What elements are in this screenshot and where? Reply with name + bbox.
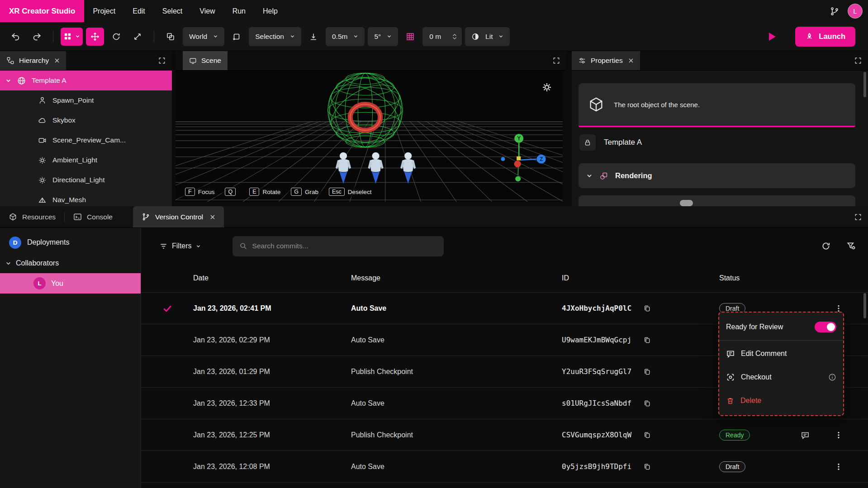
rendering-section-header[interactable]: Rendering bbox=[579, 163, 855, 188]
copy-icon[interactable] bbox=[643, 399, 651, 407]
filter-settings-icon[interactable] bbox=[846, 241, 856, 251]
tree-item-scene-preview-cam[interactable]: Scene_Preview_Cam... bbox=[0, 130, 172, 150]
info-icon[interactable] bbox=[828, 373, 836, 381]
shading-mode-dropdown[interactable]: Lit bbox=[465, 27, 510, 46]
object-name-value[interactable]: Template A bbox=[604, 138, 642, 147]
comment-edit-icon bbox=[726, 349, 735, 358]
git-branch-icon bbox=[142, 213, 150, 221]
ready-for-review-toggle[interactable] bbox=[815, 322, 836, 332]
viewport-settings-gear-icon[interactable] bbox=[542, 82, 552, 92]
chevron-down-icon[interactable] bbox=[5, 78, 11, 84]
kebab-menu-icon[interactable] bbox=[835, 304, 843, 313]
delete-item[interactable]: Delete bbox=[719, 389, 843, 412]
menu-view[interactable]: View bbox=[191, 0, 223, 22]
tab-hierarchy-label: Hierarchy bbox=[19, 57, 49, 65]
drop-to-ground-button[interactable] bbox=[304, 28, 323, 46]
copy-icon[interactable] bbox=[643, 431, 651, 439]
menu-run[interactable]: Run bbox=[224, 0, 254, 22]
sidebar-item-deployments[interactable]: D Deployments bbox=[0, 232, 141, 253]
user-avatar[interactable]: L bbox=[848, 4, 863, 19]
copy-icon[interactable] bbox=[643, 368, 651, 375]
trash-icon bbox=[726, 397, 735, 405]
sidebar-item-you[interactable]: L You bbox=[0, 273, 141, 294]
tab-properties[interactable]: Properties bbox=[572, 51, 640, 70]
globe-icon bbox=[17, 76, 26, 85]
checkout-item[interactable]: Checkout bbox=[719, 365, 843, 389]
sidebar-item-collaborators[interactable]: Collaborators bbox=[0, 253, 141, 273]
menu-select[interactable]: Select bbox=[154, 0, 191, 22]
partial-control bbox=[680, 200, 693, 206]
frames-icon bbox=[166, 32, 175, 41]
expand-icon[interactable] bbox=[158, 57, 166, 64]
cell-date: Jan 23, 2026, 12:33 PM bbox=[193, 399, 351, 407]
tree-item-ambient-light[interactable]: Ambient_Light bbox=[0, 150, 172, 170]
properties-scrollbar[interactable] bbox=[863, 72, 866, 97]
copy-icon[interactable] bbox=[643, 304, 651, 312]
tree-item-directional-light[interactable]: Directional_Light bbox=[0, 170, 172, 190]
world-space-dropdown[interactable]: World bbox=[183, 27, 224, 46]
person-icon bbox=[38, 96, 47, 105]
selection-mode-dropdown[interactable]: Selection bbox=[249, 27, 301, 46]
rotate-tool-button[interactable] bbox=[107, 28, 125, 46]
move-snap-dropdown[interactable]: 0.5m bbox=[326, 27, 365, 46]
menu-help[interactable]: Help bbox=[254, 0, 286, 22]
surface-snap-button[interactable] bbox=[228, 28, 246, 46]
elevation-stepper[interactable]: 0 m bbox=[422, 27, 462, 46]
close-icon[interactable] bbox=[54, 58, 60, 63]
menu-edit[interactable]: Edit bbox=[124, 0, 154, 22]
kebab-menu-icon[interactable] bbox=[835, 431, 843, 439]
undo-button[interactable] bbox=[6, 28, 24, 46]
copy-icon[interactable] bbox=[643, 336, 651, 344]
refresh-icon[interactable] bbox=[821, 241, 831, 251]
tab-resources[interactable]: Resources bbox=[0, 206, 64, 227]
chevron-down-icon bbox=[387, 34, 392, 39]
table-row[interactable]: Jan 23, 2026, 12:25 PM Publish Checkpoin… bbox=[141, 419, 868, 450]
ready-for-review-item[interactable]: Ready for Review bbox=[719, 315, 843, 339]
sun-icon bbox=[38, 156, 47, 165]
expand-icon[interactable] bbox=[854, 57, 862, 64]
edit-comment-item[interactable]: Edit Comment bbox=[719, 342, 843, 365]
comment-icon[interactable] bbox=[801, 431, 810, 440]
expand-icon[interactable] bbox=[854, 213, 862, 221]
tree-item-nav-mesh[interactable]: Nav_Mesh bbox=[0, 190, 172, 206]
tab-properties-label: Properties bbox=[591, 57, 623, 65]
tree-item-skybox[interactable]: Skybox bbox=[0, 110, 172, 130]
scale-tool-button[interactable] bbox=[128, 28, 147, 46]
kebab-menu-icon[interactable] bbox=[835, 463, 843, 471]
grid-toggle-button[interactable] bbox=[401, 28, 419, 46]
launch-button[interactable]: Launch bbox=[795, 27, 855, 47]
commits-scrollbar[interactable] bbox=[863, 293, 866, 318]
filters-button[interactable]: Filters bbox=[159, 242, 201, 251]
tab-version-control[interactable]: Version Control bbox=[133, 206, 224, 227]
tree-item-root[interactable]: Template A bbox=[0, 71, 172, 90]
cell-date: Jan 23, 2026, 02:41 PM bbox=[193, 304, 351, 313]
tab-scene[interactable]: Scene bbox=[183, 51, 228, 70]
move-tool-button[interactable] bbox=[86, 28, 104, 46]
search-commits-box[interactable] bbox=[232, 236, 444, 256]
play-button[interactable] bbox=[762, 27, 782, 46]
stepper-arrows-icon[interactable] bbox=[452, 33, 457, 40]
check-icon bbox=[162, 303, 173, 314]
close-icon[interactable] bbox=[210, 214, 215, 220]
close-icon[interactable] bbox=[628, 58, 634, 63]
lock-icon[interactable] bbox=[579, 134, 596, 151]
deployments-label: Deployments bbox=[27, 238, 69, 246]
git-branch-icon[interactable] bbox=[830, 6, 840, 16]
scene-viewport[interactable]: Y Z FFocus Q ERotate GGrab bbox=[175, 71, 563, 202]
table-row[interactable]: Jan 23, 2026, 12:08 PM Auto Save 0y5jzsB… bbox=[141, 450, 868, 482]
rotate-snap-dropdown[interactable]: 5° bbox=[368, 27, 398, 46]
copy-icon[interactable] bbox=[643, 463, 651, 470]
tree-item-spawn-point[interactable]: Spawn_Point bbox=[0, 90, 172, 110]
commits-table-header: Date Message ID Status bbox=[141, 264, 868, 292]
object-name-row[interactable]: Template A bbox=[579, 134, 642, 151]
transform-space-button[interactable] bbox=[161, 28, 180, 46]
tab-hierarchy[interactable]: Hierarchy bbox=[0, 51, 66, 70]
delete-label: Delete bbox=[740, 397, 761, 405]
search-commits-input[interactable] bbox=[252, 242, 437, 250]
redo-button[interactable] bbox=[28, 28, 46, 46]
layout-grid-button[interactable] bbox=[61, 28, 83, 46]
tab-console[interactable]: Console bbox=[65, 206, 121, 227]
expand-icon[interactable] bbox=[553, 57, 560, 64]
tree-icon bbox=[6, 57, 14, 65]
menu-project[interactable]: Project bbox=[84, 0, 124, 22]
